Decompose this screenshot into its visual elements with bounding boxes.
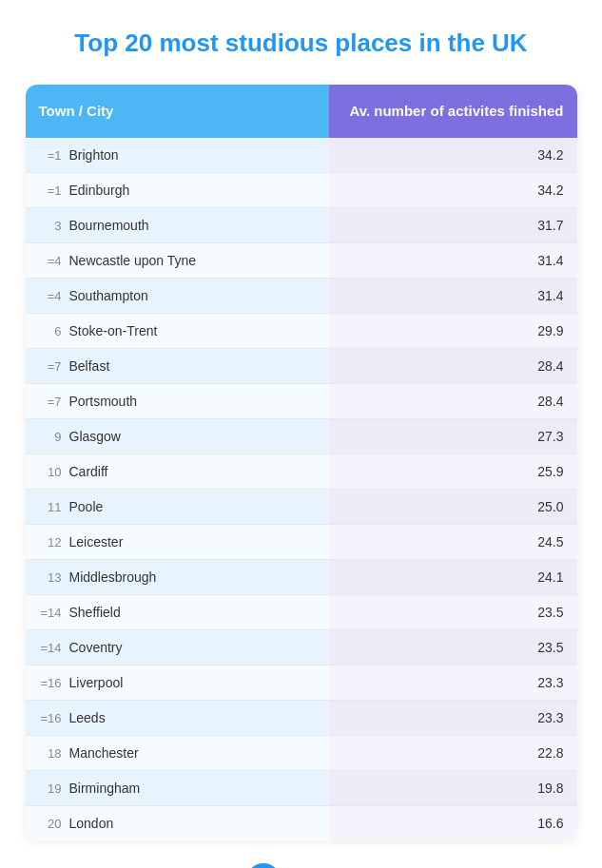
table-row: =16Leeds23.3	[26, 700, 577, 735]
rank-label: =1	[39, 183, 62, 198]
table-row: =7Portsmouth28.4	[26, 383, 577, 418]
city-name-label: Belfast	[69, 358, 110, 374]
city-name-label: Newcastle upon Tyne	[69, 253, 197, 268]
city-cell: =1Edinburgh	[26, 172, 329, 207]
col-av-header: Av. number of activites finished	[329, 85, 577, 138]
av-cell: 16.6	[329, 805, 577, 840]
city-cell: 13Middlesbrough	[26, 559, 329, 594]
rank-label: =4	[39, 254, 62, 268]
city-cell: 10Cardiff	[26, 453, 329, 489]
city-name-label: Sheffield	[69, 605, 121, 620]
table-row: =1Brighton34.2	[26, 138, 577, 173]
rank-label: 20	[39, 817, 62, 831]
table-row: =7Belfast28.4	[26, 348, 577, 383]
table-row: 18Manchester22.8	[26, 735, 577, 770]
av-cell: 29.9	[329, 313, 577, 348]
city-name-label: Southampton	[69, 288, 148, 303]
table-row: 19Birmingham19.8	[26, 770, 577, 805]
city-cell: 18Manchester	[26, 735, 329, 770]
rank-label: =4	[39, 289, 62, 303]
city-name-label: Coventry	[69, 640, 123, 655]
rank-label: =1	[39, 148, 62, 163]
table-row: 6Stoke-on-Trent29.9	[26, 313, 577, 348]
busuu-logo: Busuu	[246, 863, 356, 868]
rank-label: =7	[39, 395, 62, 409]
rank-label: =16	[39, 676, 62, 690]
city-cell: =14Coventry	[26, 629, 329, 665]
table-row: =4Southampton31.4	[26, 278, 577, 313]
table-row: 13Middlesbrough24.1	[26, 559, 577, 594]
city-cell: 12Leicester	[26, 524, 329, 559]
city-cell: 19Birmingham	[26, 770, 329, 805]
city-cell: 20London	[26, 805, 329, 840]
av-cell: 28.4	[329, 383, 577, 418]
city-name-label: Stoke-on-Trent	[69, 323, 158, 338]
av-cell: 34.2	[329, 138, 577, 173]
table-row: 12Leicester24.5	[26, 524, 577, 559]
rank-label: 13	[39, 570, 62, 585]
table-row: 11Poole25.0	[26, 489, 577, 524]
rank-label: 18	[39, 746, 62, 761]
av-cell: 24.1	[329, 559, 577, 594]
av-cell: 23.5	[329, 629, 577, 665]
av-cell: 22.8	[329, 735, 577, 770]
rank-label: =14	[39, 606, 62, 620]
city-cell: =16Liverpool	[26, 665, 329, 700]
city-cell: =1Brighton	[26, 138, 329, 173]
city-name-label: London	[69, 816, 114, 831]
busuu-icon	[246, 863, 281, 868]
city-cell: =4Southampton	[26, 278, 329, 313]
footer: Busuu Insights from UK Language Learning…	[175, 863, 427, 868]
city-name-label: Poole	[69, 499, 104, 514]
city-name-label: Leicester	[69, 534, 124, 550]
av-cell: 23.5	[329, 594, 577, 629]
rank-label: =7	[39, 359, 62, 374]
city-name-label: Birmingham	[69, 781, 141, 796]
rank-label: 6	[39, 324, 62, 338]
city-name-label: Middlesbrough	[69, 569, 157, 585]
table-row: 10Cardiff25.9	[26, 453, 577, 489]
av-cell: 19.8	[329, 770, 577, 805]
rank-label: 12	[39, 535, 62, 550]
table-row: =4Newcastle upon Tyne31.4	[26, 242, 577, 278]
av-cell: 31.7	[329, 207, 577, 242]
city-name-label: Liverpool	[69, 675, 124, 690]
table-row: 3Bournemouth31.7	[26, 207, 577, 242]
rank-label: =16	[39, 711, 62, 725]
rank-label: 11	[39, 500, 62, 514]
table-row: =14Coventry23.5	[26, 629, 577, 665]
city-name-label: Leeds	[69, 710, 106, 725]
table-row: 9Glasgow27.3	[26, 418, 577, 453]
city-cell: =16Leeds	[26, 700, 329, 735]
city-cell: 11Poole	[26, 489, 329, 524]
rank-label: 10	[39, 465, 62, 479]
col-city-header: Town / City	[26, 85, 329, 138]
rank-label: 19	[39, 781, 62, 796]
city-cell: =14Sheffield	[26, 594, 329, 629]
city-name-label: Manchester	[69, 745, 139, 761]
city-cell: 9Glasgow	[26, 418, 329, 453]
table-row: =14Sheffield23.5	[26, 594, 577, 629]
av-cell: 23.3	[329, 665, 577, 700]
city-cell: =4Newcastle upon Tyne	[26, 242, 329, 278]
av-cell: 25.9	[329, 453, 577, 489]
rank-label: =14	[39, 641, 62, 655]
table-row: =16Liverpool23.3	[26, 665, 577, 700]
city-cell: 3Bournemouth	[26, 207, 329, 242]
city-name-label: Bournemouth	[69, 218, 149, 233]
av-cell: 28.4	[329, 348, 577, 383]
city-cell: =7Belfast	[26, 348, 329, 383]
av-cell: 24.5	[329, 524, 577, 559]
city-cell: =7Portsmouth	[26, 383, 329, 418]
rankings-table: Town / City Av. number of activites fini…	[26, 85, 577, 840]
table-row: =1Edinburgh34.2	[26, 172, 577, 207]
rank-label: 3	[39, 219, 62, 233]
av-cell: 23.3	[329, 700, 577, 735]
city-cell: 6Stoke-on-Trent	[26, 313, 329, 348]
city-name-label: Glasgow	[69, 429, 121, 444]
city-name-label: Edinburgh	[69, 183, 130, 198]
av-cell: 27.3	[329, 418, 577, 453]
av-cell: 31.4	[329, 278, 577, 313]
table-row: 20London16.6	[26, 805, 577, 840]
main-table-wrapper: Town / City Av. number of activites fini…	[26, 85, 577, 840]
